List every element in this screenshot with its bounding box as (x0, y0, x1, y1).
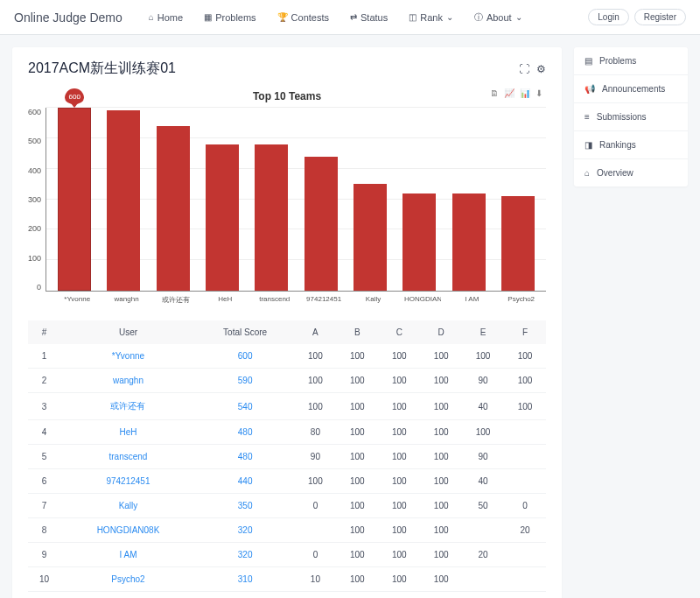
data-view-icon[interactable]: 🗎 (490, 88, 499, 98)
score-link[interactable]: 310 (238, 574, 253, 584)
bar-2[interactable] (157, 126, 190, 291)
page-title: 2017ACM新生训练赛01 (28, 60, 176, 78)
table-row: 10Psycho231010100100100 (28, 567, 546, 592)
table-row: 3或许还有54010010010010040100 (28, 393, 546, 420)
ranking-table: #UserTotal ScoreABCDEF 1*Yvonne600100100… (28, 320, 546, 592)
bar-7[interactable] (402, 193, 436, 291)
chart: Top 10 Teams 🗎 📈 📊 ⬇ 6005004003002001000… (28, 85, 546, 305)
problems-icon: ▤ (584, 56, 592, 66)
line-chart-icon[interactable]: 📈 (504, 88, 514, 98)
sidebar-item-problems[interactable]: ▤Problems (574, 47, 688, 75)
main-card: 2017ACM新生训练赛01 ⛶ ⚙ Top 10 Teams 🗎 📈 📊 ⬇ … (12, 47, 562, 598)
top-nav: Online Judge Demo ⌂Home▦Problems🏆Contest… (0, 0, 700, 35)
nav-about[interactable]: ⓘAbout⌄ (466, 6, 531, 29)
bar-0[interactable]: 600 (58, 108, 91, 291)
col-header: F (504, 320, 546, 344)
y-axis: 6005004003002001000 (28, 108, 46, 292)
problems-icon: ▦ (204, 12, 212, 22)
score-link[interactable]: 590 (238, 376, 253, 385)
user-link[interactable]: Psycho2 (111, 574, 144, 584)
col-header: E (462, 320, 504, 344)
score-link[interactable]: 600 (238, 351, 253, 361)
col-header: C (378, 320, 420, 344)
table-row: 4HeH48080100100100100 (28, 420, 546, 445)
user-link[interactable]: I AM (119, 550, 136, 559)
status-icon: ⇄ (350, 12, 357, 22)
bar-3[interactable] (206, 144, 239, 291)
col-header: User (60, 320, 196, 344)
download-icon[interactable]: ⬇ (536, 88, 542, 98)
rank-icon: ◫ (409, 12, 416, 22)
register-button[interactable]: Register (634, 9, 686, 25)
table-row: 5transcend4809010010010090 (28, 445, 546, 469)
score-link[interactable]: 440 (238, 476, 253, 486)
settings-icon[interactable]: ⚙ (536, 63, 546, 75)
user-link[interactable]: Kally (119, 501, 138, 510)
nav-contests[interactable]: 🏆Contests (269, 6, 338, 29)
score-link[interactable]: 320 (238, 525, 253, 535)
fullscreen-icon[interactable]: ⛶ (519, 63, 529, 75)
table-row: 2wanghn59010010010010090100 (28, 369, 546, 393)
sidebar-item-submissions[interactable]: ≡Submissions (574, 103, 688, 131)
about-icon: ⓘ (474, 11, 483, 24)
bar-6[interactable] (354, 184, 387, 291)
score-link[interactable]: 350 (238, 501, 253, 510)
bar-4[interactable] (255, 144, 288, 291)
chevron-down-icon: ⌄ (515, 12, 522, 22)
score-link[interactable]: 480 (238, 452, 253, 461)
x-axis: *Yvonnewanghn或许还有HeHtranscend974212451Ka… (52, 295, 546, 305)
submissions-icon: ≡ (584, 112, 590, 122)
sidebar-item-rankings[interactable]: ◨Rankings (574, 131, 688, 159)
plot-area: 600 (46, 108, 546, 292)
col-header: A (294, 320, 336, 344)
bar-chart-icon[interactable]: 📊 (520, 88, 530, 98)
col-header: Total Score (196, 320, 295, 344)
table-row: 697421245144010010010010040 (28, 469, 546, 494)
user-link[interactable]: 974212451 (106, 476, 150, 486)
login-button[interactable]: Login (588, 9, 628, 25)
contests-icon: 🏆 (277, 12, 288, 22)
user-link[interactable]: *Yvonne (112, 351, 144, 361)
brand: Online Judge Demo (14, 11, 122, 25)
user-link[interactable]: HONGDIAN08K (97, 525, 160, 535)
announcements-icon: 📢 (584, 84, 595, 94)
pagination: < 123 > 10 /page ▾ (28, 592, 546, 598)
nav-status[interactable]: ⇄Status (341, 6, 396, 29)
user-link[interactable]: HeH (119, 427, 136, 437)
home-icon: ⌂ (149, 12, 154, 22)
table-row: 8HONGDIAN08K32010010010020 (28, 518, 546, 543)
user-link[interactable]: 或许还有 (110, 401, 145, 411)
score-link[interactable]: 480 (238, 427, 253, 437)
table-row: 9I AM320010010010020 (28, 543, 546, 567)
bars: 600 (46, 108, 546, 291)
nav-items: ⌂Home▦Problems🏆Contests⇄Status◫Rank⌄ⓘAbo… (140, 6, 589, 29)
col-header: D (420, 320, 462, 344)
chart-title: Top 10 Teams (28, 85, 546, 108)
overview-icon: ⌂ (584, 168, 590, 178)
sidebar-item-announcements[interactable]: 📢Announcements (574, 75, 688, 103)
user-link[interactable]: wanghn (113, 376, 144, 385)
nav-rank[interactable]: ◫Rank⌄ (400, 6, 462, 29)
bar-5[interactable] (304, 157, 338, 291)
chart-toolbox: 🗎 📈 📊 ⬇ (490, 88, 542, 98)
col-header: # (28, 320, 60, 344)
sidebar-item-overview[interactable]: ⌂Overview (574, 159, 688, 186)
table-header-row: #UserTotal ScoreABCDEF (28, 320, 546, 344)
table-body: 1*Yvonne6001001001001001001002wanghn5901… (28, 344, 546, 592)
bar-8[interactable] (452, 193, 486, 291)
rankings-icon: ◨ (584, 140, 592, 150)
bar-9[interactable] (501, 196, 535, 291)
bar-1[interactable] (107, 110, 140, 291)
chevron-down-icon: ⌄ (446, 12, 453, 22)
table-row: 7Kally3500100100100500 (28, 494, 546, 518)
user-link[interactable]: transcend (109, 452, 148, 461)
table-row: 1*Yvonne600100100100100100100 (28, 344, 546, 369)
nav-home[interactable]: ⌂Home (140, 6, 192, 29)
score-link[interactable]: 540 (238, 402, 253, 412)
sidebar: ▤Problems📢Announcements≡Submissions◨Rank… (574, 47, 688, 186)
score-link[interactable]: 320 (238, 550, 253, 559)
tooltip-pin: 600 (65, 88, 84, 104)
col-header: B (336, 320, 378, 344)
nav-problems[interactable]: ▦Problems (195, 6, 264, 29)
auth-buttons: Login Register (588, 9, 686, 25)
